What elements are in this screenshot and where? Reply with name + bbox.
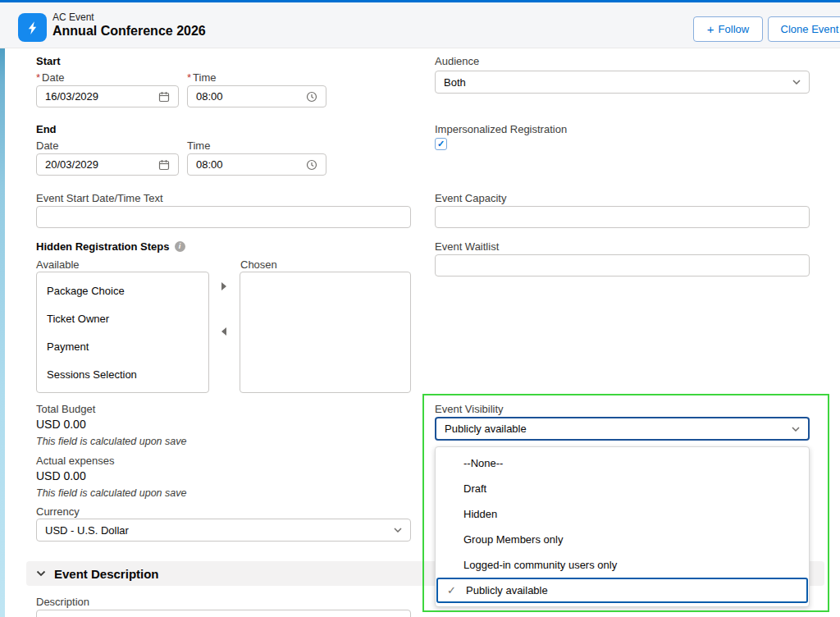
actual-expenses-value: USD 0.00 (36, 469, 86, 482)
end-date-input[interactable]: 20/03/2029 (36, 153, 179, 176)
plus-icon: + (707, 23, 714, 35)
description-input[interactable] (36, 610, 411, 617)
description-label: Description (36, 596, 89, 608)
event-capacity-input[interactable] (435, 206, 810, 228)
record-header: AC Event Annual Conference 2026 + Follow… (0, 2, 840, 48)
currency-label: Currency (36, 505, 80, 518)
chosen-listbox[interactable] (240, 272, 411, 393)
total-budget-label: Total Budget (36, 403, 95, 415)
visibility-option-group-members[interactable]: Group Members only (436, 527, 809, 552)
page-title: Annual Conference 2026 (52, 24, 206, 39)
currency-select[interactable]: USD - U.S. Dollar (36, 519, 411, 542)
impersonalized-registration-checkbox[interactable]: ✓ (435, 138, 447, 150)
chevron-down-icon (394, 528, 402, 532)
visibility-option-none[interactable]: --None-- (436, 450, 809, 476)
hidden-registration-steps-label: Hidden Registration Steps i (36, 240, 185, 253)
move-to-chosen-button[interactable] (217, 279, 231, 294)
chosen-label: Chosen (240, 258, 277, 271)
total-budget-note: This field is calculated upon save (36, 436, 186, 447)
available-label: Available (36, 258, 80, 271)
info-icon[interactable]: i (175, 241, 185, 252)
chevron-down-icon (792, 427, 800, 432)
move-left-icon (221, 327, 227, 336)
end-time-label: Time (187, 139, 210, 152)
event-capacity-label: Event Capacity (435, 192, 506, 204)
visibility-option-logged-in[interactable]: Logged-in community users only (436, 552, 809, 578)
available-option[interactable]: Package Choice (37, 277, 208, 304)
chevron-down-icon (792, 80, 801, 85)
check-icon: ✓ (437, 139, 445, 149)
record-type-label: AC Event (52, 11, 94, 23)
available-option[interactable]: Ticket Owner (37, 304, 208, 332)
event-visibility-combobox[interactable]: Publicly available (435, 417, 810, 441)
check-icon: ✓ (447, 584, 456, 596)
event-waitlist-label: Event Waitlist (435, 240, 499, 253)
follow-button-label: Follow (719, 23, 750, 35)
audience-label: Audience (435, 55, 479, 67)
start-date-label: *Date (36, 71, 65, 84)
event-start-text-label: Event Start Date/Time Text (36, 192, 163, 204)
end-time-input[interactable]: 08:00 (187, 153, 326, 176)
calendar-icon[interactable] (158, 91, 170, 103)
event-visibility-label: Event Visibility (435, 403, 504, 415)
visibility-option-hidden[interactable]: Hidden (436, 501, 809, 527)
move-to-available-button[interactable] (217, 324, 231, 339)
start-time-label: *Time (187, 71, 216, 84)
event-waitlist-input[interactable] (435, 254, 810, 277)
required-asterisk: * (36, 71, 40, 84)
chevron-down-icon (36, 570, 46, 577)
end-date-label: Date (36, 139, 58, 152)
lightning-bolt-icon (25, 21, 40, 35)
clone-event-button-label: Clone Event (781, 23, 839, 35)
calendar-icon[interactable] (158, 159, 170, 171)
available-listbox[interactable]: Package Choice Ticket Owner Payment Sess… (36, 272, 209, 393)
start-date-input[interactable]: 16/03/2029 (36, 85, 179, 107)
end-group-label: End (36, 123, 57, 135)
required-asterisk: * (187, 71, 191, 84)
visibility-option-publicly-available[interactable]: ✓ Publicly available (436, 578, 808, 603)
page: AC Event Annual Conference 2026 + Follow… (0, 0, 840, 617)
event-entity-icon (18, 13, 47, 42)
event-start-text-input[interactable] (36, 206, 411, 228)
available-option[interactable]: Payment (37, 332, 208, 360)
visibility-option-draft[interactable]: Draft (436, 476, 809, 501)
clock-icon[interactable] (306, 159, 317, 171)
section-title: Event Description (54, 567, 159, 581)
audience-select[interactable]: Both (435, 71, 810, 94)
left-edge-decoration (0, 48, 5, 617)
actual-expenses-note: This field is calculated upon save (36, 487, 186, 499)
impersonalized-registration-label: Impersonalized Registration (435, 123, 567, 135)
event-visibility-listbox: --None-- Draft Hidden Group Members only… (435, 446, 810, 607)
start-group-label: Start (36, 55, 61, 67)
move-right-icon (221, 282, 227, 290)
clock-icon[interactable] (306, 91, 317, 103)
available-option[interactable]: Sessions Selection (37, 360, 208, 388)
total-budget-value: USD 0.00 (36, 418, 86, 431)
follow-button[interactable]: + Follow (693, 16, 763, 42)
start-time-input[interactable]: 08:00 (187, 85, 326, 107)
actual-expenses-label: Actual expenses (36, 455, 114, 467)
clone-event-button[interactable]: Clone Event (768, 16, 840, 42)
